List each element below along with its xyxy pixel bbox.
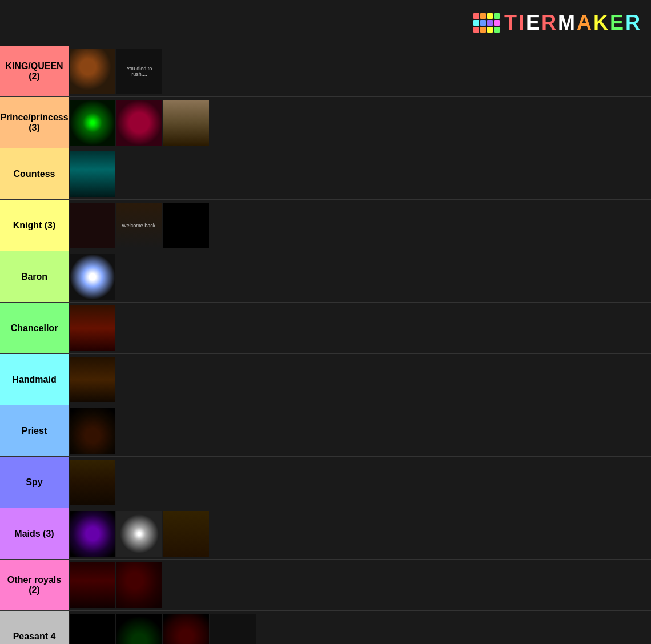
tier-image-handmaid-0 xyxy=(70,357,115,402)
tier-image-maids-2 xyxy=(163,511,209,557)
tier-content-maids xyxy=(69,508,651,559)
tier-row-peasant: Peasant 4 xyxy=(0,611,651,644)
tier-image-peasant-3 xyxy=(210,614,256,645)
logo-cell-6 xyxy=(487,20,493,26)
logo-cell-9 xyxy=(480,27,486,33)
tier-image-knight-1: Welcome back. xyxy=(116,203,162,248)
tier-row-spy: Spy xyxy=(0,457,651,508)
tier-row-handmaid: Handmaid xyxy=(0,354,651,405)
tier-image-baron-0 xyxy=(70,254,115,300)
tier-row-baron: Baron xyxy=(0,251,651,303)
logo-cell-2 xyxy=(487,13,493,19)
tier-image-knight-0 xyxy=(70,203,115,248)
logo-cell-4 xyxy=(473,20,479,26)
tier-label-peasant: Peasant 4 xyxy=(0,611,69,644)
tier-content-prince xyxy=(69,97,651,148)
tier-content-baron xyxy=(69,251,651,302)
tier-image-king-0 xyxy=(70,49,115,94)
tier-image-spy-0 xyxy=(70,460,115,505)
image-text-knight-1: Welcome back. xyxy=(116,203,162,248)
tier-row-maids: Maids (3) xyxy=(0,508,651,560)
tier-image-countess-0 xyxy=(70,151,115,197)
tier-content-other xyxy=(69,560,651,610)
header: TiERMAKER xyxy=(0,0,651,46)
logo-cell-11 xyxy=(494,27,500,33)
tier-content-peasant xyxy=(69,611,651,644)
image-text-king-1: You died to rush.... xyxy=(116,49,162,94)
tier-label-handmaid: Handmaid xyxy=(0,354,69,405)
tier-content-countess xyxy=(69,148,651,199)
tier-content-knight: Welcome back. xyxy=(69,200,651,251)
logo-cell-1 xyxy=(480,13,486,19)
tier-image-other-1 xyxy=(116,562,162,608)
tier-image-maids-1 xyxy=(116,511,162,557)
tier-image-peasant-0 xyxy=(70,614,115,645)
tier-label-knight: Knight (3) xyxy=(0,200,69,251)
tier-image-prince-2 xyxy=(163,100,209,146)
tier-image-knight-2 xyxy=(163,203,209,248)
tier-content-chancellor xyxy=(69,303,651,353)
tier-content-spy xyxy=(69,457,651,508)
tier-row-prince: Prince/princess (3) xyxy=(0,97,651,148)
tier-image-peasant-1 xyxy=(116,614,162,645)
logo-cell-8 xyxy=(473,27,479,33)
logo-text: TiERMAKER xyxy=(504,11,642,35)
tier-image-priest-0 xyxy=(70,408,115,454)
tier-row-knight: Knight (3)Welcome back. xyxy=(0,200,651,251)
tier-image-other-0 xyxy=(70,562,115,608)
logo-cell-0 xyxy=(473,13,479,19)
tier-row-other: Other royals (2) xyxy=(0,560,651,611)
tier-label-baron: Baron xyxy=(0,251,69,302)
tier-image-prince-0 xyxy=(70,100,115,146)
tier-label-priest: Priest xyxy=(0,405,69,456)
tier-image-maids-0 xyxy=(70,511,115,557)
logo-cell-5 xyxy=(480,20,486,26)
tier-content-king: You died to rush.... xyxy=(69,46,651,96)
tier-image-king-1: You died to rush.... xyxy=(116,49,162,94)
tier-image-peasant-2 xyxy=(163,614,209,645)
tier-label-king: KING/QUEEN (2) xyxy=(0,46,69,96)
logo-grid-icon xyxy=(473,13,500,33)
logo-cell-7 xyxy=(494,20,500,26)
tier-row-priest: Priest xyxy=(0,405,651,457)
tier-label-other: Other royals (2) xyxy=(0,560,69,610)
tier-image-chancellor-0 xyxy=(70,305,115,351)
tier-label-spy: Spy xyxy=(0,457,69,508)
logo-cell-3 xyxy=(494,13,500,19)
tier-list: KING/QUEEN (2)You died to rush....Prince… xyxy=(0,46,651,644)
tier-content-priest xyxy=(69,405,651,456)
tier-image-prince-1 xyxy=(116,100,162,146)
tier-row-countess: Countess xyxy=(0,148,651,200)
tier-label-prince: Prince/princess (3) xyxy=(0,97,69,148)
logo-cell-10 xyxy=(487,27,493,33)
tier-content-handmaid xyxy=(69,354,651,405)
tier-label-countess: Countess xyxy=(0,148,69,199)
logo: TiERMAKER xyxy=(473,11,642,35)
tier-label-maids: Maids (3) xyxy=(0,508,69,559)
tier-row-chancellor: Chancellor xyxy=(0,303,651,354)
tier-row-king: KING/QUEEN (2)You died to rush.... xyxy=(0,46,651,97)
tier-label-chancellor: Chancellor xyxy=(0,303,69,353)
